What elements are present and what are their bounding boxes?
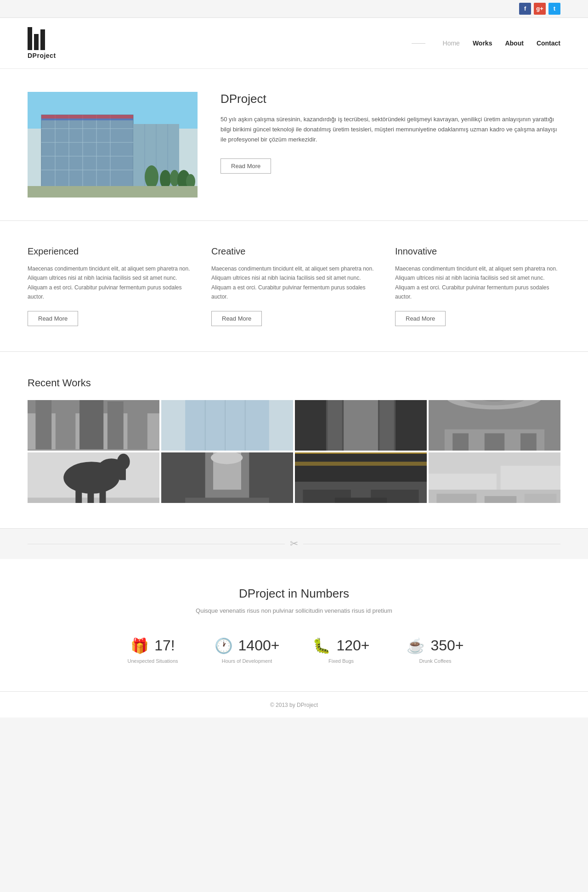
footer-text: © 2013 by DProject — [270, 702, 318, 708]
nav-home[interactable]: Home — [443, 40, 460, 47]
clock-icon: 🕐 — [215, 637, 233, 655]
scissors-line-right — [303, 544, 560, 544]
logo-bar-2 — [34, 34, 39, 50]
hero-title: DProject — [220, 92, 560, 106]
features-section: Experienced Maecenas condimentum tincidu… — [0, 221, 588, 351]
googleplus-button[interactable]: g+ — [534, 3, 546, 15]
svg-point-66 — [117, 453, 130, 469]
feature-read-more-2[interactable]: Read More — [395, 311, 446, 326]
feature-read-more-0[interactable]: Read More — [28, 311, 78, 326]
number-label-3: Drunk Coffees — [419, 658, 451, 664]
svg-rect-34 — [185, 400, 269, 451]
svg-rect-23 — [41, 115, 133, 119]
twitter-button[interactable]: t — [548, 3, 560, 15]
number-value-2: 120+ — [336, 637, 369, 654]
hero-image — [28, 92, 198, 198]
hero-content: DProject 50 yılı aşkın çalışma süresinin… — [220, 92, 560, 174]
header: DProject Home Works About Contact — [0, 18, 588, 69]
recent-works-section: Recent Works — [0, 352, 588, 528]
numbers-subtitle: Quisque venenatis risus non pulvinar sol… — [28, 607, 560, 614]
svg-rect-82 — [436, 493, 476, 502]
number-icon-row-0: 🎁 17! — [130, 637, 175, 655]
nav-contact[interactable]: Contact — [537, 40, 560, 47]
number-value-0: 17! — [154, 637, 175, 654]
facebook-button[interactable]: f — [519, 3, 531, 15]
feature-text-1: Maecenas condimentum tincidunt elit, at … — [211, 264, 377, 302]
svg-rect-28 — [56, 405, 75, 450]
logo-bar-3 — [40, 29, 45, 50]
nav-divider — [412, 43, 425, 44]
svg-rect-24 — [41, 119, 133, 120]
svg-rect-54 — [452, 433, 469, 451]
work-item-4[interactable] — [28, 452, 159, 503]
scissors-line-left — [28, 544, 285, 544]
number-value-1: 1400+ — [238, 637, 280, 654]
svg-rect-72 — [185, 497, 269, 503]
feature-innovative: Innovative Maecenas condimentum tincidun… — [395, 246, 560, 326]
footer: © 2013 by DProject — [0, 691, 588, 717]
numbers-title: DProject in Numbers — [28, 587, 560, 601]
svg-rect-27 — [35, 400, 51, 451]
svg-rect-83 — [485, 496, 517, 503]
nav-works[interactable]: Works — [473, 40, 492, 47]
svg-rect-30 — [107, 401, 124, 450]
scissors-divider: ✂ — [0, 528, 588, 559]
number-label-2: Fixed Bugs — [328, 658, 354, 664]
nav: Home Works About Contact — [412, 40, 560, 47]
svg-point-17 — [145, 165, 158, 188]
work-item-2[interactable] — [295, 400, 427, 451]
hero-text: 50 yılı aşkın çalışma süresinin, kazandı… — [220, 114, 560, 145]
svg-rect-64 — [87, 491, 94, 502]
coffee-icon: ☕ — [407, 637, 425, 655]
svg-rect-65 — [100, 490, 106, 503]
social-bar: f g+ t — [0, 0, 588, 18]
logo-bar-1 — [28, 27, 32, 50]
features-grid: Experienced Maecenas condimentum tincidu… — [28, 246, 560, 326]
nav-about[interactable]: About — [505, 40, 523, 47]
bug-icon: 🐛 — [312, 637, 331, 655]
work-item-5[interactable] — [161, 452, 293, 503]
number-icon-row-2: 🐛 120+ — [312, 637, 369, 655]
svg-rect-29 — [79, 400, 103, 451]
svg-point-18 — [160, 170, 171, 188]
work-item-7[interactable] — [429, 452, 560, 503]
work-item-0[interactable] — [28, 400, 159, 451]
feature-title-0: Experienced — [28, 246, 193, 257]
svg-rect-42 — [343, 400, 379, 451]
work-item-1[interactable] — [161, 400, 293, 451]
hero-read-more-button[interactable]: Read More — [220, 158, 271, 174]
hero-svg — [28, 92, 198, 198]
number-item-2: 🐛 120+ Fixed Bugs — [299, 637, 384, 664]
hero-section: DProject 50 yılı aşkın çalışma süresinin… — [0, 69, 588, 220]
logo-text: DProject — [28, 52, 56, 59]
number-icon-row-3: ☕ 350+ — [407, 637, 464, 655]
feature-title-1: Creative — [211, 246, 377, 257]
work-item-3[interactable] — [429, 400, 560, 451]
svg-rect-32 — [28, 449, 159, 451]
number-item-1: 🕐 1400+ Hours of Development — [204, 637, 289, 664]
logo[interactable]: DProject — [28, 27, 56, 59]
svg-rect-85 — [501, 465, 560, 489]
svg-rect-43 — [295, 400, 327, 451]
svg-rect-78 — [295, 452, 427, 454]
feature-read-more-1[interactable]: Read More — [211, 311, 262, 326]
logo-icon — [28, 27, 45, 50]
feature-title-2: Innovative — [395, 246, 560, 257]
svg-rect-44 — [395, 400, 427, 451]
number-value-3: 350+ — [430, 637, 464, 654]
feature-experienced: Experienced Maecenas condimentum tincidu… — [28, 246, 193, 326]
number-item-3: ☕ 350+ Drunk Coffees — [393, 637, 478, 664]
svg-rect-79 — [295, 462, 427, 466]
feature-text-2: Maecenas condimentum tincidunt elit, at … — [395, 264, 560, 302]
svg-rect-84 — [525, 493, 557, 502]
svg-rect-86 — [429, 474, 497, 490]
number-icon-row-1: 🕐 1400+ — [215, 637, 280, 655]
numbers-section: DProject in Numbers Quisque venenatis ri… — [0, 559, 588, 691]
numbers-grid: 🎁 17! Unexpected Situations 🕐 1400+ Hour… — [110, 637, 478, 664]
works-grid — [28, 400, 560, 503]
work-item-6[interactable] — [295, 452, 427, 503]
svg-rect-56 — [520, 433, 537, 451]
recent-works-title: Recent Works — [28, 377, 560, 389]
feature-text-0: Maecenas condimentum tincidunt elit, at … — [28, 264, 193, 302]
scissors-icon: ✂ — [290, 538, 298, 549]
